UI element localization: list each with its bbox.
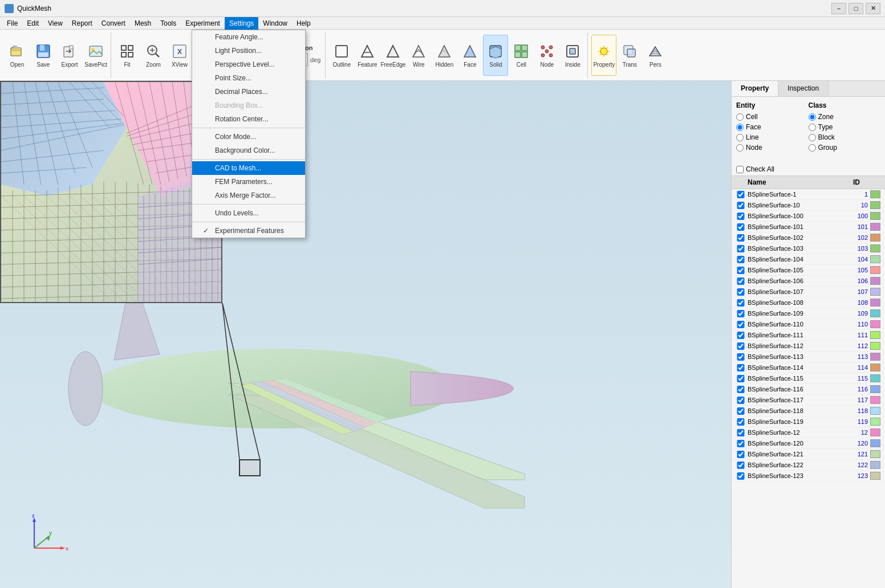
table-row[interactable]: BSplineSurface-12 12 [732,427,885,438]
freeedge-button[interactable]: FreeEdge [380,35,405,76]
class-type-radio[interactable] [809,124,816,131]
close-button[interactable]: ✕ [866,3,880,14]
menu-view[interactable]: View [43,17,67,30]
table-row[interactable]: BSplineSurface-112 112 [732,341,885,352]
table-row[interactable]: BSplineSurface-111 111 [732,330,885,341]
menu-item-point-size---[interactable]: Point Size... [192,71,305,85]
row-checkbox[interactable] [736,342,745,350]
table-row[interactable]: BSplineSurface-105 105 [732,265,885,276]
menu-item-perspective-level---[interactable]: Perspective Level... [192,58,305,71]
menu-file[interactable]: File [2,17,22,30]
table-row[interactable]: BSplineSurface-101 101 [732,222,885,232]
row-checkbox[interactable] [736,288,745,296]
menu-item-color-mode---[interactable]: Color Mode... [192,130,305,144]
menu-edit[interactable]: Edit [22,17,43,30]
menu-tools[interactable]: Tools [156,17,181,30]
table-row[interactable]: BSplineSurface-106 106 [732,276,885,287]
row-checkbox[interactable] [736,321,745,328]
menu-item-background-color---[interactable]: Background Color... [192,144,305,157]
node-button[interactable]: Node [534,35,559,76]
row-checkbox[interactable] [736,277,745,285]
row-checkbox[interactable] [736,353,745,361]
wire-button[interactable]: Wire [406,35,431,76]
table-row[interactable]: BSplineSurface-107 107 [732,287,885,297]
hidden-button[interactable]: Hidden [432,35,457,76]
xview-button[interactable]: X XView [167,35,192,76]
fit-button[interactable]: Fit [115,35,140,76]
minimize-button[interactable]: − [831,3,846,14]
table-row[interactable]: BSplineSurface-115 115 [732,373,885,384]
menu-mesh[interactable]: Mesh [130,17,156,30]
pers-button[interactable]: Pers [643,35,668,76]
row-checkbox[interactable] [736,332,745,339]
table-row[interactable]: BSplineSurface-1 1 [732,189,885,200]
table-row[interactable]: BSplineSurface-120 120 [732,438,885,449]
row-checkbox[interactable] [736,245,745,252]
save-button[interactable]: Save [31,35,56,76]
row-checkbox[interactable] [736,451,745,458]
entity-face-radio[interactable] [736,124,744,131]
table-body[interactable]: BSplineSurface-1 1 BSplineSurface-10 10 … [732,189,885,588]
table-row[interactable]: BSplineSurface-102 102 [732,232,885,243]
table-row[interactable]: BSplineSurface-118 118 [732,406,885,416]
class-zone-option[interactable]: Zone [809,113,881,121]
savepict-button[interactable]: SavePict [83,35,108,76]
row-checkbox[interactable] [736,386,745,393]
menu-item-experimental-features[interactable]: ✓Experimental Features [192,224,305,238]
menu-help[interactable]: Help [292,17,315,30]
solid-button[interactable]: Solid [483,35,508,76]
table-row[interactable]: BSplineSurface-100 100 [732,211,885,222]
row-checkbox[interactable] [736,256,745,263]
menu-item-feature-angle---[interactable]: Feature Angle... [192,30,305,44]
check-all-row[interactable]: Check All [732,163,885,176]
row-checkbox[interactable] [736,397,745,404]
zoom-button[interactable]: Zoom [141,35,166,76]
tab-property[interactable]: Property [732,81,778,96]
table-row[interactable]: BSplineSurface-114 114 [732,362,885,373]
row-checkbox[interactable] [736,234,745,242]
row-checkbox[interactable] [736,223,745,231]
maximize-button[interactable]: □ [849,3,863,14]
menu-window[interactable]: Window [258,17,292,30]
entity-node-option[interactable]: Node [736,144,809,152]
table-row[interactable]: BSplineSurface-108 108 [732,297,885,308]
table-row[interactable]: BSplineSurface-109 109 [732,308,885,319]
class-group-option[interactable]: Group [809,144,881,152]
menu-experiment[interactable]: Experiment [181,17,225,30]
class-block-radio[interactable] [809,134,816,141]
entity-cell-radio[interactable] [736,113,744,121]
export-button[interactable]: Export [57,35,82,76]
row-checkbox[interactable] [736,440,745,447]
menu-item-light-position---[interactable]: Light Position... [192,44,305,58]
menu-convert[interactable]: Convert [97,17,130,30]
table-row[interactable]: BSplineSurface-119 119 [732,416,885,427]
trans-button[interactable]: Trans [617,35,642,76]
cell-button[interactable]: Cell [509,35,534,76]
table-row[interactable]: BSplineSurface-121 121 [732,449,885,460]
table-row[interactable]: BSplineSurface-104 104 [732,254,885,265]
table-row[interactable]: BSplineSurface-117 117 [732,395,885,406]
class-type-option[interactable]: Type [809,123,881,131]
menu-item-decimal-places---[interactable]: Decimal Places... [192,85,305,99]
menu-settings[interactable]: Settings [225,17,258,30]
entity-line-radio[interactable] [736,134,744,141]
menu-item-fem-parameters---[interactable]: FEM Parameters... [192,175,305,189]
menu-item-cad-to-mesh---[interactable]: CAD to Mesh... [192,161,305,175]
check-all-checkbox[interactable] [736,166,744,173]
table-row[interactable]: BSplineSurface-123 123 [732,471,885,481]
row-checkbox[interactable] [736,462,745,469]
row-checkbox[interactable] [736,310,745,317]
light-button[interactable]: Property [591,35,616,76]
open-button[interactable]: Open [5,35,30,76]
row-checkbox[interactable] [736,418,745,426]
tab-inspection[interactable]: Inspection [778,81,829,96]
row-checkbox[interactable] [736,429,745,436]
menu-item-axis-merge-factor---[interactable]: Axis Merge Factor... [192,189,305,202]
table-row[interactable]: BSplineSurface-122 122 [732,460,885,471]
class-group-radio[interactable] [809,144,816,152]
menu-report[interactable]: Report [67,17,97,30]
entity-cell-option[interactable]: Cell [736,113,809,121]
entity-face-option[interactable]: Face [736,123,809,131]
feature-button[interactable]: Feature [355,35,380,76]
row-checkbox[interactable] [736,267,745,274]
